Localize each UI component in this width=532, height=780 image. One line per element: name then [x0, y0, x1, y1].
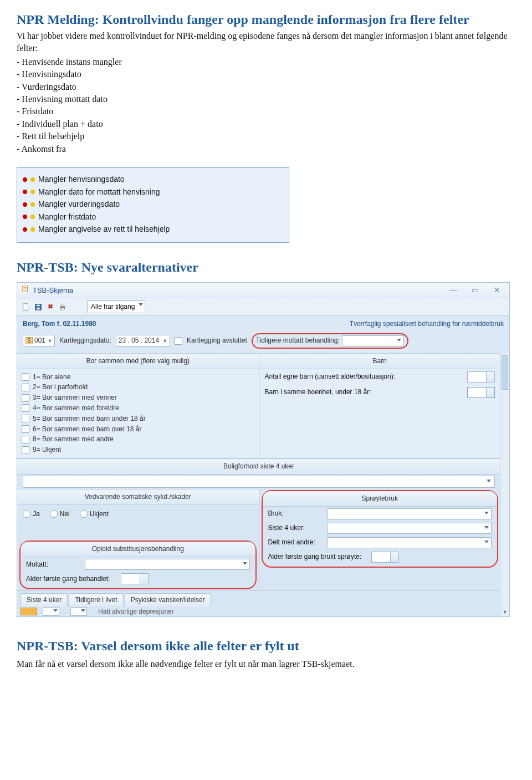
access-dropdown[interactable]: Alle har tilgang: [87, 300, 145, 313]
print-icon[interactable]: [58, 303, 67, 312]
minimize-button[interactable]: —: [446, 286, 461, 295]
error-dot-icon: [23, 190, 27, 194]
bor-option[interactable]: 6= Bor sammen med barn over 18 år: [22, 425, 254, 434]
tab-psykiske[interactable]: Psykiske vansker/lidelser: [125, 593, 211, 606]
radio-ja[interactable]: Ja: [23, 509, 40, 519]
barn-under18-spinner[interactable]: [467, 387, 495, 398]
tidligere-select[interactable]: [342, 335, 404, 346]
checkbox-icon[interactable]: [22, 446, 29, 454]
bruk-select[interactable]: [327, 508, 492, 519]
scroll-down-icon[interactable]: ▼: [500, 608, 509, 616]
app-icon: [22, 285, 29, 295]
alder-behandlet-label: Alder første gang behandlet:: [26, 574, 117, 584]
error-dot-icon: [23, 215, 27, 219]
seq-field[interactable]: S 001 ▼: [23, 335, 55, 346]
scroll-thumb[interactable]: [502, 355, 508, 390]
chevron-down-icon: [487, 480, 491, 482]
info-row: Mangler angivelse av rett til helsehjelp: [23, 224, 283, 235]
seq-prefix: S: [25, 337, 33, 344]
scrollbar[interactable]: ▲ ▼: [500, 353, 509, 616]
info-row: Mangler henvisningsdato: [23, 174, 283, 185]
checkbox-icon[interactable]: [22, 384, 29, 391]
radio-icon[interactable]: [23, 510, 30, 518]
section3-body: Man får nå et varsel dersom ikke alle nø…: [17, 658, 515, 670]
bor-option-label: 4= Bor sammen med foreldre: [33, 404, 119, 413]
bor-option-label: 6= Bor sammen med barn over 18 år: [33, 425, 141, 434]
opioid-header: Opioid substitusjonsbehandling: [21, 542, 255, 557]
radio-label: Ukjent: [90, 509, 109, 519]
sproyte-highlight: Sprøytebruk Bruk: Siste 4 uker: Delt med…: [262, 490, 499, 568]
bullet-item: - Henvisning mottatt dato: [17, 93, 515, 105]
sproyte-header: Sprøytebruk: [263, 491, 498, 507]
bor-option-label: 5= Bor sammen med barn under 18 år: [33, 414, 146, 424]
bolig-select[interactable]: [23, 476, 495, 488]
checkbox-icon[interactable]: [22, 425, 29, 433]
bottom-tabs: Siste 4 uker Tidligere i livet Psykiske …: [17, 590, 509, 606]
checkbox-icon[interactable]: [22, 404, 29, 412]
section3-title: NPR-TSB: Varsel dersom ikke alle felter …: [17, 637, 515, 656]
kartlegging-avsluttet-checkbox[interactable]: [175, 337, 182, 345]
checkbox-icon[interactable]: [22, 415, 29, 422]
barn-count-spinner[interactable]: [467, 371, 495, 383]
bor-option[interactable]: 4= Bor sammen med foreldre: [22, 404, 254, 413]
bullet-item: - Rett til helsehjelp: [17, 130, 515, 142]
svg-rect-1: [23, 304, 28, 310]
bullet-item: - Ankomst fra: [17, 143, 515, 155]
bor-option[interactable]: 9= Ukjent: [22, 445, 254, 455]
radio-ukjent[interactable]: Ukjent: [80, 509, 109, 519]
bullet-item: - Vurderingsdato: [17, 81, 515, 93]
patient-name: Berg, Tom f. 02.11.1980: [23, 319, 96, 329]
info-text: Mangler vurderingsdato: [38, 199, 120, 210]
error-dot-icon: [23, 227, 27, 232]
new-icon[interactable]: [22, 303, 30, 312]
bor-option-label: 1= Bor alene: [33, 373, 70, 382]
bor-option[interactable]: 5= Bor sammen med barn under 18 år: [22, 414, 254, 424]
kartlegging-label: Kartleggingsdato:: [59, 336, 111, 345]
radio-icon[interactable]: [80, 510, 88, 518]
svg-rect-6: [61, 304, 64, 306]
alder-sproyte-spinner[interactable]: [371, 552, 399, 563]
bor-header: Bor sammen med (flere valg mulig): [17, 354, 259, 369]
error-dot-icon: [23, 177, 27, 182]
chevron-down-icon: [243, 562, 247, 565]
sykd-header: Vedvarende somatiske sykd./skader: [17, 489, 259, 505]
delete-icon[interactable]: ✖: [46, 303, 55, 312]
patient-bar: Berg, Tom f. 02.11.1980 Tverrfaglig spes…: [17, 316, 509, 331]
barn-line1-label: Antall egne barn (uansett alder/bosituas…: [265, 372, 395, 381]
checkbox-icon[interactable]: [22, 373, 29, 381]
maximize-button[interactable]: ▭: [468, 286, 483, 295]
mini-dropdown[interactable]: [43, 607, 59, 616]
info-box: Mangler henvisningsdato Mangler dato for…: [17, 167, 289, 243]
mini-dropdown[interactable]: [70, 607, 87, 616]
checkbox-icon[interactable]: [22, 394, 29, 402]
bor-option[interactable]: 1= Bor alene: [22, 373, 254, 382]
section2-title: NPR-TSB: Nye svaralternativer: [17, 258, 515, 277]
bullet-item: - Henvisende instans mangler: [17, 56, 515, 68]
bullet-item: - Henvisningsdato: [17, 68, 515, 80]
alder-behandlet-spinner[interactable]: [121, 573, 149, 584]
mottatt-select[interactable]: [85, 559, 250, 570]
bor-option-label: 8= Bor sammen med andre: [33, 435, 114, 444]
tab-tidligere[interactable]: Tidligere i livet: [69, 593, 123, 606]
radio-icon[interactable]: [50, 510, 58, 518]
bor-option-label: 2= Bor i parforhold: [33, 383, 88, 392]
kartlegging-date-field[interactable]: 23 . 05 . 2014 ▼: [116, 335, 170, 346]
kartlegging-date-value: 23 . 05 . 2014: [119, 336, 159, 345]
delt-select[interactable]: [327, 537, 492, 548]
cut-text: Hatt alvorlige depresjoner: [98, 607, 174, 616]
bor-option[interactable]: 8= Bor sammen med andre: [22, 435, 254, 444]
svg-rect-4: [37, 304, 39, 306]
tab-siste4[interactable]: Siste 4 uker: [21, 593, 68, 606]
bolig-header: Boligforhold siste 4 uker: [17, 458, 500, 475]
bor-option[interactable]: 3= Bor sammen med venner: [22, 393, 254, 402]
warning-dot-icon: [30, 177, 35, 182]
close-button[interactable]: ✕: [489, 286, 505, 295]
checkbox-icon[interactable]: [22, 436, 29, 443]
section1-intro: Vi har jobbet videre med kontrollvinduet…: [17, 30, 515, 55]
chevron-down-icon: [53, 609, 58, 612]
bor-option[interactable]: 2= Bor i parforhold: [22, 383, 254, 392]
save-icon[interactable]: [34, 303, 43, 312]
svg-rect-7: [61, 308, 64, 310]
siste4-select[interactable]: [327, 523, 492, 534]
radio-nei[interactable]: Nei: [50, 509, 70, 519]
